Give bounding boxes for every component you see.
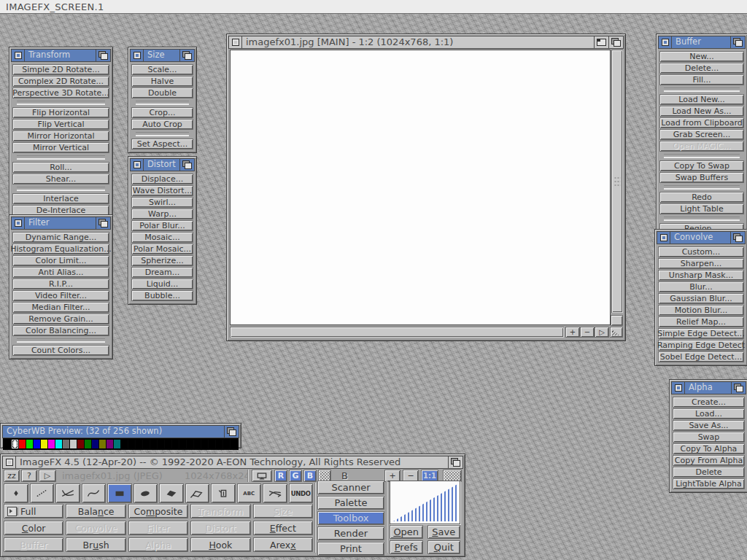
color-limit-button[interactable]: Color Limit... [12, 255, 109, 266]
r-i-p-button[interactable]: R.I.P... [12, 279, 109, 289]
mirror-horizontal-button[interactable]: Mirror Horizontal [12, 131, 109, 141]
copy-to-swap-button[interactable]: Copy To Swap [659, 160, 744, 171]
warp-button[interactable]: Warp... [131, 209, 193, 219]
liquid-button[interactable]: Liquid... [131, 279, 193, 289]
load-new-button[interactable]: Load New... [659, 94, 744, 105]
depth-icon[interactable] [96, 217, 110, 229]
load-from-clipboard-button[interactable]: Load from Clipboard [659, 117, 744, 128]
polar-mosaic-button[interactable]: Polar Mosaic... [131, 244, 193, 254]
sobel-edge-detect-button[interactable]: Sobel Edge Detect... [658, 351, 744, 362]
hook-button[interactable]: Hook [190, 537, 250, 552]
color-swatch-19[interactable] [143, 440, 150, 448]
undo-button[interactable]: UNDO [289, 483, 314, 503]
lighttable-alpha-button[interactable]: LightTable Alpha [673, 478, 745, 489]
color-swatch-16[interactable] [121, 440, 128, 448]
depth-icon[interactable] [730, 232, 745, 244]
histogram-equalization-button[interactable]: Histogram Equalization... [12, 244, 109, 254]
horizontal-scrollbar[interactable] [230, 327, 564, 338]
copy-to-alpha-button[interactable]: Copy To Alpha [673, 443, 745, 454]
light-table-button[interactable]: Light Table [659, 203, 744, 214]
zoom-in-button[interactable]: + [565, 327, 580, 338]
palette-button[interactable]: Palette [317, 496, 384, 510]
color-swatch-27[interactable] [201, 440, 208, 448]
grab-screen-button[interactable]: Grab Screen... [659, 129, 744, 140]
horizontal-scroll-thumb[interactable] [231, 327, 563, 337]
color-swatch-5[interactable] [41, 440, 47, 448]
green-channel-toggle[interactable]: G [289, 470, 302, 482]
color-swatch-13[interactable] [99, 440, 106, 448]
quit-button[interactable]: Quit [427, 540, 461, 554]
sleep-button[interactable]: zz [4, 470, 20, 482]
simple-edge-detect-button[interactable]: Simple Edge Detect... [658, 328, 744, 339]
window-titlebar[interactable]: Convolve [657, 231, 746, 244]
load-button[interactable]: Load... [673, 408, 745, 419]
red-channel-toggle[interactable]: R [274, 470, 287, 482]
load-new-as-button[interactable]: Load New As... [659, 106, 744, 117]
color-swatch-11[interactable] [85, 440, 91, 448]
airbrush-tool-button[interactable] [30, 483, 55, 503]
unsharp-mask-button[interactable]: Unsharp Mask... [658, 270, 744, 281]
composite-button[interactable]: Composite [128, 504, 188, 518]
redo-button[interactable]: Redo [659, 192, 744, 203]
ramping-edge-detect-button[interactable]: Ramping Edge Detect [658, 340, 744, 351]
zoom-out-button[interactable]: − [580, 327, 595, 338]
image-canvas[interactable] [230, 50, 611, 325]
window-titlebar[interactable]: Size [130, 49, 195, 62]
color-balancing-button[interactable]: Color Balancing... [12, 325, 109, 336]
help-button[interactable]: ? [21, 470, 37, 482]
color-swatch-30[interactable] [223, 440, 230, 448]
color-swatch-18[interactable] [136, 440, 142, 448]
fill-button[interactable]: Fill... [659, 74, 744, 85]
set-aspect-button[interactable]: Set Aspect... [131, 139, 193, 149]
close-icon[interactable] [131, 50, 144, 61]
sharpen-button[interactable]: Sharpen... [658, 258, 744, 269]
close-icon[interactable] [659, 36, 672, 48]
remove-grain-button[interactable]: Remove Grain... [12, 314, 109, 324]
crop-tool-button[interactable] [263, 483, 287, 503]
dream-button[interactable]: Dream... [131, 267, 193, 278]
color-swatch-15[interactable] [114, 440, 120, 448]
point-tool-button[interactable] [4, 483, 28, 503]
delete-button[interactable]: Delete [673, 467, 745, 478]
resize-handle[interactable] [610, 327, 623, 338]
toolbox-button[interactable]: Toolbox [317, 511, 384, 525]
perspective-3d-rotate-button[interactable]: Perspective 3D Rotate... [12, 88, 109, 98]
freehand-tool-button[interactable] [185, 483, 210, 503]
depth-icon[interactable] [608, 36, 623, 48]
open-button[interactable]: Open [390, 525, 423, 539]
color-swatch-8[interactable] [63, 440, 69, 448]
motion-blur-button[interactable]: Motion Blur... [658, 305, 744, 316]
vertical-scroll-thumb[interactable] [612, 50, 622, 312]
depth-icon[interactable] [96, 50, 110, 61]
effect-button[interactable]: Effect [253, 521, 313, 535]
new-button[interactable]: New... [659, 51, 744, 62]
double-button[interactable]: Double [131, 88, 193, 98]
color-swatch-28[interactable] [209, 440, 215, 448]
anti-alias-button[interactable]: Anti Alias... [12, 267, 109, 278]
vertical-scrollbar[interactable] [611, 50, 623, 313]
proceed-button[interactable]: ▷ [595, 327, 609, 338]
window-titlebar[interactable]: CyberWB Preview: (32 of 256 shown) [2, 425, 239, 438]
color-swatch-17[interactable] [128, 440, 135, 448]
auto-crop-button[interactable]: Auto Crop [131, 119, 193, 130]
depth-icon[interactable] [731, 382, 746, 394]
color-swatch-3[interactable] [26, 440, 33, 448]
color-swatch-9[interactable] [70, 440, 77, 448]
save-button[interactable]: Save [427, 525, 461, 539]
scanner-button[interactable]: Scanner [317, 481, 384, 494]
mosaic-button[interactable]: Mosaic... [131, 232, 193, 243]
complex-2d-rotate-button[interactable]: Complex 2D Rotate... [12, 76, 109, 87]
flip-vertical-button[interactable]: Flip Vertical [12, 119, 109, 130]
blur-button[interactable]: Blur... [658, 281, 744, 292]
color-swatch-2[interactable] [19, 440, 26, 448]
spherize-button[interactable]: Spherize... [131, 255, 193, 266]
color-swatch-10[interactable] [77, 440, 84, 448]
polygon-tool-button[interactable] [159, 483, 184, 503]
zoom-gadget-icon[interactable] [594, 36, 608, 48]
close-icon[interactable] [12, 50, 25, 61]
color-swatch-31[interactable] [231, 440, 237, 448]
color-swatch-12[interactable] [92, 440, 98, 448]
color-swatch-20[interactable] [150, 440, 157, 448]
color-button[interactable]: Color [4, 521, 63, 535]
interlace-button[interactable]: Interlace [12, 193, 109, 204]
